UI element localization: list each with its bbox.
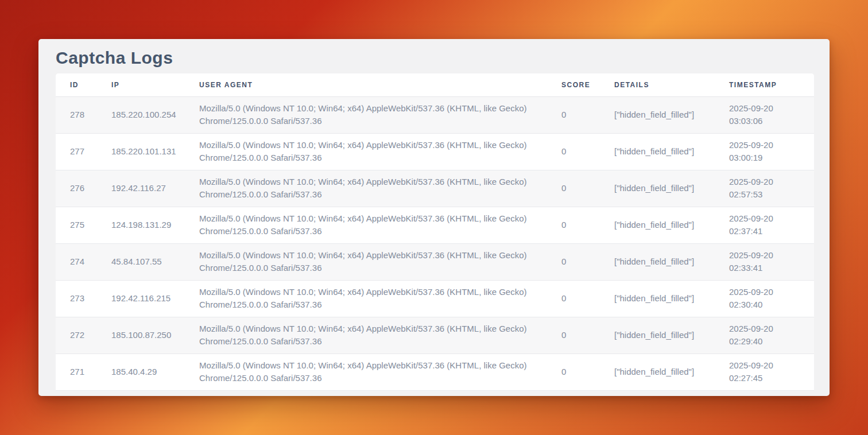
- user-agent-line-1: Mozilla/5.0 (Windows NT 10.0; Win64; x64…: [199, 323, 557, 335]
- timestamp-date: 2025-09-20: [729, 249, 808, 262]
- cell-ip: 192.42.116.27: [111, 170, 199, 207]
- column-header-timestamp: TIMESTAMP: [729, 73, 814, 96]
- user-agent-line-2: Chrome/125.0.0.0 Safari/537.36: [199, 225, 557, 238]
- cell-score: 0: [561, 243, 614, 280]
- user-agent-line-1: Mozilla/5.0 (Windows NT 10.0; Win64; x64…: [199, 359, 557, 372]
- cell-user-agent: Mozilla/5.0 (Windows NT 10.0; Win64; x64…: [199, 280, 561, 317]
- timestamp-time: 02:27:45: [729, 372, 808, 384]
- user-agent-line-1: Mozilla/5.0 (Windows NT 10.0; Win64; x64…: [199, 102, 557, 115]
- cell-details: ["hidden_field_filled"]: [614, 170, 729, 207]
- column-header-score: SCORE: [561, 73, 614, 96]
- user-agent-line-2: Chrome/125.0.0.0 Safari/537.36: [199, 298, 557, 311]
- user-agent-line-1: Mozilla/5.0 (Windows NT 10.0; Win64; x64…: [199, 139, 557, 152]
- captcha-logs-table: ID IP USER AGENT SCORE DETAILS TIMESTAMP…: [56, 73, 814, 391]
- cell-ip: 185.100.87.250: [111, 317, 199, 354]
- timestamp-time: 03:00:19: [729, 152, 808, 164]
- user-agent-line-1: Mozilla/5.0 (Windows NT 10.0; Win64; x64…: [199, 212, 557, 225]
- cell-user-agent: Mozilla/5.0 (Windows NT 10.0; Win64; x64…: [199, 96, 561, 133]
- timestamp-date: 2025-09-20: [729, 139, 808, 152]
- cell-score: 0: [561, 207, 614, 243]
- cell-timestamp: 2025-09-20 03:00:19: [729, 133, 814, 170]
- user-agent-line-1: Mozilla/5.0 (Windows NT 10.0; Win64; x64…: [199, 286, 557, 298]
- timestamp-date: 2025-09-20: [729, 323, 808, 335]
- cell-details: ["hidden_field_filled"]: [614, 133, 729, 170]
- cell-score: 0: [561, 354, 614, 390]
- table-row: 272 185.100.87.250 Mozilla/5.0 (Windows …: [56, 317, 814, 354]
- cell-details: ["hidden_field_filled"]: [614, 207, 729, 243]
- cell-score: 0: [561, 170, 614, 207]
- cell-details: ["hidden_field_filled"]: [614, 317, 729, 354]
- cell-score: 0: [561, 96, 614, 133]
- timestamp-date: 2025-09-20: [729, 102, 808, 115]
- table-row: 273 192.42.116.215 Mozilla/5.0 (Windows …: [56, 280, 814, 317]
- logs-table-container: ID IP USER AGENT SCORE DETAILS TIMESTAMP…: [56, 73, 814, 391]
- cell-timestamp: 2025-09-20 02:29:40: [729, 317, 814, 354]
- timestamp-date: 2025-09-20: [729, 286, 808, 298]
- captcha-logs-card: Captcha Logs ID IP USER AGENT SCORE DETA…: [38, 39, 830, 396]
- cell-details: ["hidden_field_filled"]: [614, 354, 729, 390]
- timestamp-time: 02:37:41: [729, 225, 808, 238]
- cell-score: 0: [561, 133, 614, 170]
- user-agent-line-1: Mozilla/5.0 (Windows NT 10.0; Win64; x64…: [199, 249, 557, 262]
- table-row: 277 185.220.101.131 Mozilla/5.0 (Windows…: [56, 133, 814, 170]
- cell-id: 278: [56, 96, 111, 133]
- table-row: 275 124.198.131.29 Mozilla/5.0 (Windows …: [56, 207, 814, 243]
- cell-user-agent: Mozilla/5.0 (Windows NT 10.0; Win64; x64…: [199, 207, 561, 243]
- user-agent-line-2: Chrome/125.0.0.0 Safari/537.36: [199, 372, 557, 384]
- table-header-row: ID IP USER AGENT SCORE DETAILS TIMESTAMP: [56, 73, 814, 96]
- timestamp-time: 03:03:06: [729, 115, 808, 127]
- cell-score: 0: [561, 280, 614, 317]
- timestamp-date: 2025-09-20: [729, 176, 808, 188]
- cell-details: ["hidden_field_filled"]: [614, 96, 729, 133]
- user-agent-line-2: Chrome/125.0.0.0 Safari/537.36: [199, 262, 557, 274]
- cell-ip: 192.42.116.215: [111, 280, 199, 317]
- cell-score: 0: [561, 317, 614, 354]
- timestamp-date: 2025-09-20: [729, 212, 808, 225]
- page-title: Captcha Logs: [56, 48, 814, 68]
- column-header-ip: IP: [111, 73, 199, 96]
- cell-user-agent: Mozilla/5.0 (Windows NT 10.0; Win64; x64…: [199, 243, 561, 280]
- cell-id: 273: [56, 280, 111, 317]
- cell-timestamp: 2025-09-20 02:30:40: [729, 280, 814, 317]
- cell-user-agent: Mozilla/5.0 (Windows NT 10.0; Win64; x64…: [199, 133, 561, 170]
- timestamp-time: 02:30:40: [729, 298, 808, 311]
- cell-id: 277: [56, 133, 111, 170]
- user-agent-line-2: Chrome/125.0.0.0 Safari/537.36: [199, 188, 557, 201]
- cell-ip: 124.198.131.29: [111, 207, 199, 243]
- cell-ip: 185.220.100.254: [111, 96, 199, 133]
- cell-id: 274: [56, 243, 111, 280]
- table-body: 278 185.220.100.254 Mozilla/5.0 (Windows…: [56, 96, 814, 390]
- cell-id: 271: [56, 354, 111, 390]
- cell-timestamp: 2025-09-20 03:03:06: [729, 96, 814, 133]
- column-header-details: DETAILS: [614, 73, 729, 96]
- timestamp-time: 02:57:53: [729, 188, 808, 201]
- user-agent-line-2: Chrome/125.0.0.0 Safari/537.36: [199, 115, 557, 127]
- cell-ip: 185.220.101.131: [111, 133, 199, 170]
- cell-details: ["hidden_field_filled"]: [614, 243, 729, 280]
- timestamp-time: 02:29:40: [729, 335, 808, 348]
- table-row: 276 192.42.116.27 Mozilla/5.0 (Windows N…: [56, 170, 814, 207]
- cell-user-agent: Mozilla/5.0 (Windows NT 10.0; Win64; x64…: [199, 170, 561, 207]
- cell-timestamp: 2025-09-20 02:37:41: [729, 207, 814, 243]
- column-header-user-agent: USER AGENT: [199, 73, 561, 96]
- user-agent-line-2: Chrome/125.0.0.0 Safari/537.36: [199, 335, 557, 348]
- cell-timestamp: 2025-09-20 02:57:53: [729, 170, 814, 207]
- cell-id: 276: [56, 170, 111, 207]
- timestamp-time: 02:33:41: [729, 262, 808, 274]
- user-agent-line-1: Mozilla/5.0 (Windows NT 10.0; Win64; x64…: [199, 176, 557, 188]
- column-header-id: ID: [56, 73, 111, 96]
- cell-user-agent: Mozilla/5.0 (Windows NT 10.0; Win64; x64…: [199, 354, 561, 390]
- cell-user-agent: Mozilla/5.0 (Windows NT 10.0; Win64; x64…: [199, 317, 561, 354]
- table-row: 271 185.40.4.29 Mozilla/5.0 (Windows NT …: [56, 354, 814, 390]
- cell-id: 275: [56, 207, 111, 243]
- table-row: 274 45.84.107.55 Mozilla/5.0 (Windows NT…: [56, 243, 814, 280]
- user-agent-line-2: Chrome/125.0.0.0 Safari/537.36: [199, 152, 557, 164]
- cell-ip: 45.84.107.55: [111, 243, 199, 280]
- cell-ip: 185.40.4.29: [111, 354, 199, 390]
- timestamp-date: 2025-09-20: [729, 359, 808, 372]
- table-row: 278 185.220.100.254 Mozilla/5.0 (Windows…: [56, 96, 814, 133]
- cell-timestamp: 2025-09-20 02:33:41: [729, 243, 814, 280]
- cell-details: ["hidden_field_filled"]: [614, 280, 729, 317]
- cell-id: 272: [56, 317, 111, 354]
- cell-timestamp: 2025-09-20 02:27:45: [729, 354, 814, 390]
